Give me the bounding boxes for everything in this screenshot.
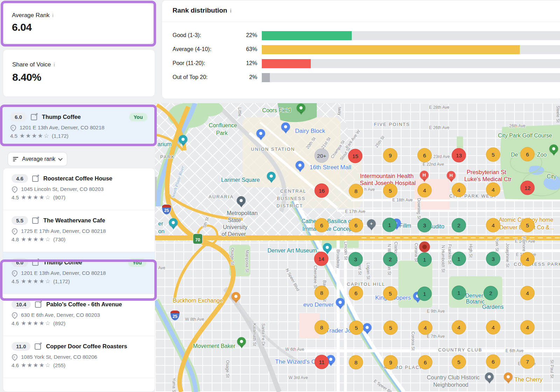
camera-pin[interactable]: [169, 218, 178, 229]
map-label: Dairy Block: [295, 128, 325, 135]
map-rank-marker[interactable]: 6: [486, 355, 500, 369]
map-rank-marker[interactable]: 4: [520, 286, 535, 300]
map-rank-marker[interactable]: 4: [486, 320, 500, 335]
business-name[interactable]: Thump Coffee: [43, 259, 82, 266]
map-rank-marker[interactable]: 16: [315, 184, 329, 198]
map-rank-marker[interactable]: 1: [452, 252, 466, 266]
business-name[interactable]: Roostercat Coffee House: [43, 175, 112, 182]
info-icon[interactable]: i: [54, 62, 55, 67]
map-rank-tracker-screen: { "stats": { "average_rank": {"label": "…: [0, 0, 560, 392]
map-rank-marker[interactable]: 2: [383, 252, 398, 266]
list-scrollbar[interactable]: [155, 177, 157, 202]
map-rank-marker[interactable]: 1: [418, 287, 432, 301]
map-rank-marker[interactable]: 5: [520, 218, 535, 233]
list-item[interactable]: 11.0 Copper Door Coffee Roasters 1085 Yo…: [3, 336, 155, 378]
hospital-icon[interactable]: H: [420, 171, 429, 182]
evo-bag-pin[interactable]: [336, 298, 345, 309]
list-item[interactable]: 5.5 The Weathervane Cafe 1725 E 17th Ave…: [3, 210, 155, 252]
restaurant-pin[interactable]: [504, 372, 513, 384]
your-business-card[interactable]: 6.0 Thump Coffee You 1201 E 13th Ave, De…: [2, 107, 155, 144]
hospital-icon[interactable]: H: [447, 171, 456, 182]
map-rank-marker[interactable]: 5: [383, 184, 398, 198]
map-rank-marker[interactable]: 6: [349, 218, 363, 233]
country-club-pin[interactable]: [485, 372, 494, 384]
map-rank-marker[interactable]: 9: [384, 355, 398, 370]
map-rank-marker[interactable]: 4: [486, 183, 500, 197]
movement-baker-pin[interactable]: [237, 337, 246, 348]
map-rank-marker[interactable]: 4: [452, 320, 466, 335]
list-item[interactable]: 6.0 Thump Coffee You 1201 E 13th Ave, De…: [3, 252, 155, 294]
map-rank-marker[interactable]: 8: [349, 184, 363, 198]
restaurant-pin[interactable]: [232, 292, 240, 303]
map-rank-marker[interactable]: 9: [383, 148, 398, 163]
map-rank-marker[interactable]: 1: [452, 286, 466, 300]
map-rank-marker[interactable]: 8: [315, 286, 329, 300]
list-item[interactable]: 4.6 Roostercat Coffee House 1045 Lincoln…: [3, 168, 155, 210]
map-rank-marker[interactable]: 5: [349, 321, 364, 335]
coors-field-pin[interactable]: [297, 104, 306, 115]
map-rank-marker[interactable]: 4: [452, 183, 466, 197]
zoo-paw-pin[interactable]: [550, 144, 558, 156]
map-label: CENTRAL: [280, 188, 307, 194]
map-rank-marker[interactable]: 5: [383, 286, 398, 301]
external-link-icon[interactable]: [32, 176, 38, 182]
external-link-icon[interactable]: [32, 259, 38, 266]
map-canvas[interactable]: UNION STATIONPARKAURARIAFIVE POINTSCENTR…: [155, 103, 560, 392]
map-rank-marker[interactable]: 5: [486, 148, 500, 162]
map-rank-marker[interactable]: 3: [349, 252, 363, 266]
map-rank-marker[interactable]: 6: [418, 148, 432, 163]
map-rank-marker[interactable]: 3: [418, 218, 432, 233]
map-label: arium: [158, 141, 172, 148]
map-rank-marker[interactable]: 7: [520, 355, 535, 369]
map-rank-marker[interactable]: 5: [452, 355, 466, 369]
map-rank-marker[interactable]: 11: [315, 355, 329, 369]
larimer-square-pin[interactable]: [267, 172, 276, 183]
train-station-pin[interactable]: [257, 129, 265, 140]
map-rank-marker[interactable]: 1: [383, 218, 397, 232]
mall-bag-pin[interactable]: [296, 161, 304, 172]
sort-dropdown[interactable]: Average rank: [8, 152, 67, 166]
map-rank-marker[interactable]: 13: [452, 148, 466, 163]
map-rank-marker[interactable]: 8: [315, 320, 329, 335]
map-rank-marker[interactable]: 6: [520, 147, 535, 162]
map-label: Fillm: [399, 223, 411, 229]
map-rank-marker[interactable]: 12: [520, 181, 535, 195]
map-rank-marker[interactable]: 6: [349, 286, 363, 300]
external-link-icon[interactable]: [32, 218, 38, 224]
map-rank-marker[interactable]: 2: [484, 286, 498, 300]
external-link-icon[interactable]: [35, 343, 41, 350]
aquarium-pin[interactable]: [179, 135, 188, 146]
map-rank-marker[interactable]: 14: [314, 252, 329, 266]
map-rank-marker[interactable]: 4: [418, 321, 433, 335]
map-label: Buckhorn Exchange: [173, 298, 223, 304]
trader-cart-pin[interactable]: [363, 323, 372, 334]
list-item[interactable]: 10.4 Pablo's Coffee - 6th Avenue 630 E 6…: [3, 294, 155, 336]
rank-badge: 10.4: [12, 300, 31, 309]
business-name[interactable]: The Weathervane Cafe: [43, 217, 105, 224]
external-link-icon[interactable]: [35, 301, 41, 308]
your-location-marker[interactable]: [419, 242, 430, 252]
business-name[interactable]: Copper Door Coffee Roasters: [46, 343, 127, 350]
map-rank-marker[interactable]: 2: [452, 218, 466, 233]
map-rank-marker[interactable]: 3: [486, 252, 500, 266]
map-rank-marker[interactable]: 8: [349, 355, 363, 370]
map-rank-marker[interactable]: 4: [520, 320, 535, 335]
map-rank-marker[interactable]: 20+: [315, 149, 329, 163]
map-rank-marker[interactable]: 5: [384, 321, 398, 335]
info-icon[interactable]: i: [52, 13, 53, 18]
dairy-block-cart-pin[interactable]: [281, 122, 290, 134]
map-rank-marker[interactable]: 6: [315, 218, 329, 233]
map-rank-marker[interactable]: 15: [348, 149, 363, 163]
map-rank-marker[interactable]: 4: [520, 252, 535, 266]
map-rank-marker[interactable]: 1: [418, 252, 432, 267]
business-address: 630 E 6th Ave, Denver, CO 80203: [21, 312, 100, 318]
business-name[interactable]: Thump Coffee: [42, 114, 81, 120]
external-link-icon[interactable]: [31, 114, 37, 120]
map-rank-marker[interactable]: 6: [418, 355, 433, 370]
map-rank-marker[interactable]: 4: [418, 183, 432, 198]
church-cross-pin[interactable]: +: [367, 219, 376, 230]
university-cap-pin[interactable]: [237, 196, 246, 207]
map-rank-marker[interactable]: 4: [486, 218, 500, 233]
business-name[interactable]: Pablo's Coffee - 6th Avenue: [46, 301, 122, 308]
map-label: Little: [237, 107, 242, 116]
